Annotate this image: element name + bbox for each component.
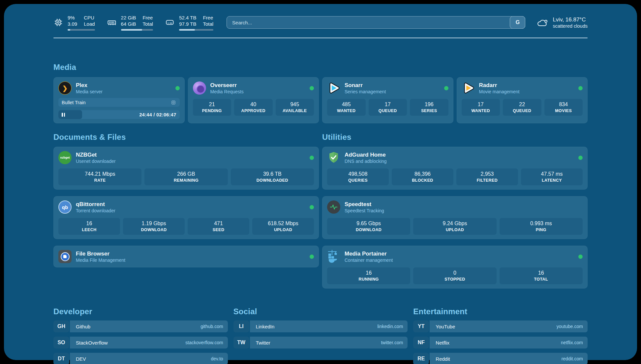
search-bar: G: [227, 16, 525, 29]
card-subtitle: Torrent downloader: [76, 208, 115, 214]
card-subtitle: Movie management: [479, 89, 520, 95]
disk-widget: 52.4 TB 97.9 TB Free Total: [165, 15, 213, 31]
link-abbr-badge: NF: [413, 337, 429, 349]
stat-tile: 834 MOVIES: [544, 99, 583, 116]
header: 9% 3.09 CPU Load: [53, 13, 588, 32]
status-dot-online: [578, 86, 583, 90]
dashboard-panel: 9% 3.09 CPU Load: [4, 4, 637, 360]
link-stackoverflow[interactable]: SO StackOverflow stackoverflow.com: [53, 337, 228, 349]
cpu-progress-fill: [68, 29, 70, 31]
link-domain: reddit.com: [562, 356, 583, 361]
stat-tile: 21 PENDING: [193, 99, 231, 116]
card-overseerr[interactable]: Overseerr Media Requests 21 PENDING 40 A…: [188, 77, 319, 123]
card-subtitle: Series management: [345, 89, 386, 95]
stat-tile: 9.65 Gbps DOWNLOAD: [327, 218, 410, 235]
card-title: Radarr: [479, 82, 520, 89]
card-title: File Browser: [76, 250, 125, 257]
stat-tile: 485 WANTED: [327, 99, 366, 116]
cpu-usage-label: CPU: [84, 15, 95, 21]
link-name: Github: [76, 324, 90, 329]
sonarr-icon: [327, 81, 340, 95]
card-plex[interactable]: ❯ Plex Media server Bullet Train: [53, 77, 185, 123]
card-filebrowser[interactable]: File Browser Media File Management: [53, 246, 319, 267]
cpu-chip-icon: [53, 17, 63, 27]
card-speedtest[interactable]: Speedtest Speedtest Tracking 9.65 Gbps D…: [322, 196, 588, 239]
link-abbr-badge: TW: [233, 337, 249, 349]
card-subtitle: Speedtest Tracking: [345, 208, 384, 214]
stat-tile: 39.6 TB DOWNLOADED: [231, 168, 314, 185]
weather-widget: Lviv, 16.87°C scattered clouds: [536, 16, 588, 29]
memory-free-label: Free: [142, 15, 153, 21]
section-developer: Developer GH Github github.com SO StackO…: [53, 307, 228, 364]
link-youtube[interactable]: YT YouTube youtube.com: [413, 320, 588, 332]
gear-icon[interactable]: [170, 100, 176, 106]
card-subtitle: Usenet downloader: [76, 158, 116, 164]
stat-tile: 0 STOPPED: [413, 267, 496, 284]
documents-section-title: Documents & Files: [53, 133, 319, 142]
disk-free-value: 52.4 TB: [179, 15, 196, 21]
link-name: Reddit: [436, 356, 450, 362]
card-title: Plex: [76, 82, 103, 89]
adguard-icon: [327, 151, 340, 164]
link-name: YouTube: [436, 324, 455, 329]
link-dev[interactable]: DT DEV dev.to: [53, 353, 228, 364]
playback-time: 24:44 / 02:06:47: [139, 112, 176, 117]
link-linkedin[interactable]: LI LinkedIn linkedin.com: [233, 320, 408, 332]
card-title: Speedtest: [345, 201, 384, 208]
link-abbr-badge: RE: [413, 353, 429, 364]
stat-tile: 618.52 Mbps UPLOAD: [252, 218, 314, 235]
link-abbr-badge: SO: [53, 337, 69, 349]
stat-tile: 1.19 Gbps DOWNLOAD: [123, 218, 185, 235]
disk-free-label: Free: [203, 15, 213, 21]
card-subtitle: Media Requests: [210, 89, 244, 95]
memory-progress-bar: [121, 29, 153, 31]
status-dot-online: [175, 86, 180, 90]
link-netflix[interactable]: NF Netflix netflix.com: [413, 337, 588, 349]
status-dot-online: [310, 156, 314, 160]
stat-tile: 16 TOTAL: [500, 267, 583, 284]
nzbget-icon: nzbget: [58, 151, 72, 164]
card-qbittorrent[interactable]: qb qBittorrent Torrent downloader 16 LEE…: [53, 196, 319, 239]
stat-tile: 196 SERIES: [410, 99, 448, 116]
link-github[interactable]: GH Github github.com: [53, 320, 228, 332]
ram-icon: [107, 17, 117, 27]
search-input[interactable]: [227, 16, 525, 29]
link-reddit[interactable]: RE Reddit reddit.com: [413, 353, 588, 364]
status-dot-online: [444, 86, 448, 90]
card-subtitle: Media server: [76, 89, 103, 95]
disk-progress-bar: [179, 29, 213, 31]
card-portainer[interactable]: Media Portainer Container management 16 …: [322, 246, 588, 288]
stat-tile: 744.21 Mbps RATE: [58, 168, 141, 185]
section-media: Media ❯ Plex Media server Bullet Train: [53, 63, 588, 123]
hdd-icon: [165, 17, 175, 27]
system-stats: 9% 3.09 CPU Load: [53, 15, 213, 31]
cpu-progress-bar: [68, 29, 95, 31]
card-nzbget[interactable]: nzbget NZBGet Usenet downloader 744.21 M…: [53, 147, 319, 190]
stat-tile: 945 AVAILABLE: [276, 99, 314, 116]
card-sonarr[interactable]: Sonarr Series management 485 WANTED 17 Q…: [322, 77, 453, 123]
link-abbr-badge: GH: [53, 320, 69, 332]
stat-tile: 9.24 Gbps UPLOAD: [413, 218, 496, 235]
plex-progress-row: 24:44 / 02:06:47: [58, 110, 180, 119]
card-radarr[interactable]: Radarr Movie management 17 WANTED 22 QUE…: [457, 77, 588, 123]
stat-tile: 498,508 QUERIES: [327, 168, 389, 185]
cpu-widget: 9% 3.09 CPU Load: [53, 15, 95, 31]
memory-total-value: 64 GiB: [121, 21, 136, 27]
stat-tile: 16 RUNNING: [327, 267, 410, 284]
disk-progress-fill: [179, 29, 195, 31]
link-domain: linkedin.com: [378, 324, 403, 329]
speedtest-icon: [327, 200, 340, 214]
card-adguard[interactable]: AdGuard Home DNS and adblocking 498,508 …: [322, 147, 588, 190]
search-engine-button[interactable]: G: [510, 16, 525, 29]
stat-tile: 17 WANTED: [462, 99, 500, 116]
status-dot-online: [578, 255, 583, 259]
status-dot-online: [310, 255, 314, 259]
link-domain: twitter.com: [381, 340, 403, 345]
pause-icon[interactable]: [62, 113, 65, 117]
link-abbr-badge: DT: [53, 353, 69, 364]
plex-now-playing-row: Bullet Train: [58, 98, 180, 107]
weather-location: Lviv, 16.87°C: [553, 16, 588, 23]
link-domain: github.com: [200, 324, 223, 329]
link-twitter[interactable]: TW Twitter twitter.com: [233, 337, 408, 349]
stat-tile: 22 QUEUED: [503, 99, 541, 116]
